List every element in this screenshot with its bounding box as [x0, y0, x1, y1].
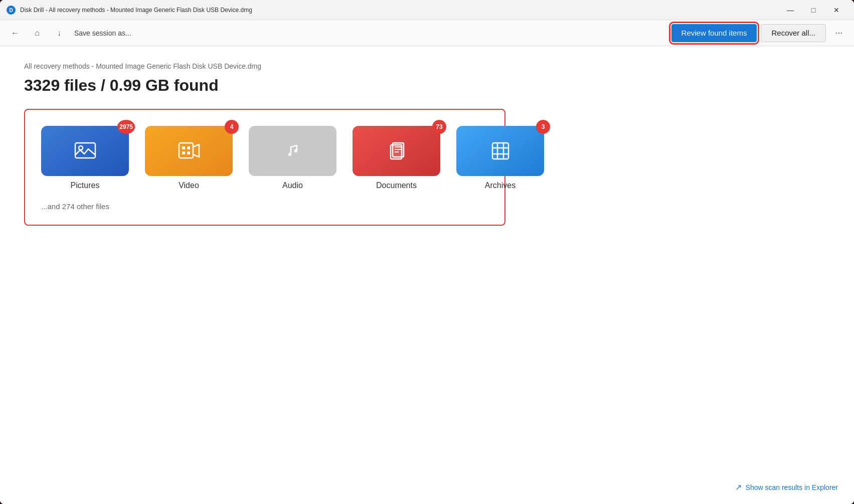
- recover-all-button[interactable]: Recover all...: [761, 24, 826, 42]
- category-documents[interactable]: 73 Documents: [353, 126, 440, 190]
- svg-rect-7: [182, 151, 185, 154]
- close-icon: ✕: [833, 6, 839, 14]
- svg-rect-4: [179, 143, 193, 158]
- svg-rect-2: [75, 143, 95, 158]
- footer: ↗ Show scan results in Explorer: [735, 482, 838, 492]
- back-icon: ←: [11, 29, 19, 38]
- close-button[interactable]: ✕: [825, 2, 848, 18]
- title-bar: D Disk Drill - All recovery methods - Mo…: [0, 0, 854, 20]
- svg-rect-5: [182, 146, 185, 149]
- documents-svg-icon: [384, 138, 410, 164]
- archives-badge: 3: [536, 120, 550, 134]
- pictures-badge: 2975: [117, 120, 135, 134]
- audio-icon-bg: [249, 126, 336, 176]
- pictures-svg-icon: [72, 138, 98, 164]
- minimize-icon: —: [787, 6, 794, 14]
- category-video[interactable]: 4 Video: [145, 126, 233, 190]
- category-pictures[interactable]: 2975 Pictures: [41, 126, 129, 190]
- other-files-text: ...and 274 other files: [41, 202, 488, 211]
- pictures-label: Pictures: [71, 181, 100, 190]
- svg-point-3: [79, 146, 83, 150]
- svg-text:D: D: [9, 8, 13, 13]
- more-icon: ···: [835, 28, 842, 38]
- pictures-icon-bg: 2975: [41, 126, 129, 176]
- video-badge: 4: [225, 120, 239, 134]
- maximize-icon: □: [811, 6, 815, 14]
- documents-icon-bg: 73: [353, 126, 440, 176]
- window-controls: — □ ✕: [779, 2, 848, 18]
- svg-rect-8: [187, 151, 190, 154]
- toolbar: ← ⌂ ↓ Save session as... Review found it…: [0, 20, 854, 46]
- review-found-items-button[interactable]: Review found items: [671, 24, 757, 42]
- audio-label: Audio: [282, 181, 303, 190]
- explorer-icon: ↗: [735, 482, 742, 492]
- show-scan-results-link[interactable]: Show scan results in Explorer: [746, 483, 838, 491]
- maximize-button[interactable]: □: [802, 2, 825, 18]
- scan-headline: 3329 files / 0.99 GB found: [24, 76, 830, 95]
- category-audio[interactable]: Audio: [249, 126, 336, 190]
- home-icon: ⌂: [35, 29, 40, 38]
- archives-icon-bg: 3: [456, 126, 544, 176]
- categories-row: 2975 Pictures 4: [41, 126, 488, 190]
- archives-svg-icon: [487, 138, 514, 164]
- svg-rect-6: [187, 146, 190, 149]
- categories-box: 2975 Pictures 4: [24, 109, 505, 226]
- save-session-button[interactable]: Save session as...: [74, 29, 131, 37]
- main-content: All recovery methods - Mounted Image Gen…: [0, 46, 854, 504]
- window-title: Disk Drill - All recovery methods - Moun…: [20, 7, 775, 14]
- documents-badge: 73: [432, 120, 446, 134]
- svg-rect-14: [492, 143, 508, 159]
- app-window: D Disk Drill - All recovery methods - Mo…: [0, 0, 854, 504]
- category-archives[interactable]: 3 Archives: [456, 126, 544, 190]
- video-svg-icon: [176, 138, 202, 164]
- download-icon: ↓: [57, 29, 61, 38]
- minimize-button[interactable]: —: [779, 2, 802, 18]
- documents-label: Documents: [376, 181, 417, 190]
- scan-subtitle: All recovery methods - Mounted Image Gen…: [24, 62, 830, 70]
- archives-label: Archives: [485, 181, 516, 190]
- back-button[interactable]: ←: [6, 24, 24, 42]
- more-actions-button[interactable]: ···: [830, 24, 848, 42]
- video-label: Video: [179, 181, 199, 190]
- audio-svg-icon: [280, 138, 306, 164]
- app-logo: D: [6, 5, 16, 15]
- download-button[interactable]: ↓: [50, 24, 68, 42]
- home-button[interactable]: ⌂: [28, 24, 46, 42]
- video-icon-bg: 4: [145, 126, 233, 176]
